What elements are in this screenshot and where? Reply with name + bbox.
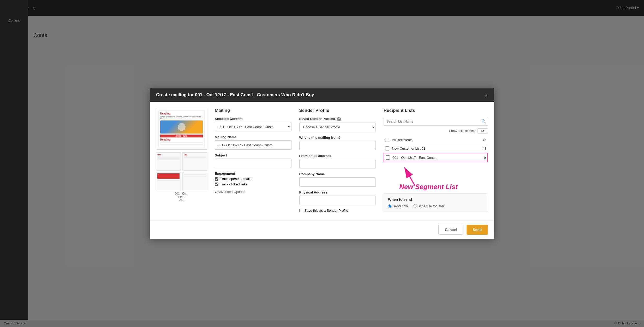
segment-checkbox[interactable]	[386, 155, 390, 160]
schedule-option[interactable]: Schedule for later	[413, 204, 444, 208]
preview-grid: Hea Hea	[156, 152, 207, 190]
from-name-group: Who is this mailing from?	[299, 136, 376, 150]
when-to-send-options: Send now Schedule for later	[388, 204, 484, 208]
from-email-input[interactable]	[299, 159, 376, 168]
track-opened-checkbox[interactable]	[215, 177, 218, 181]
mailing-section-title: Mailing	[215, 108, 291, 113]
subject-label: Subject	[215, 153, 291, 157]
all-recipients-name: All Recipients	[392, 138, 481, 142]
company-name-input[interactable]	[299, 177, 376, 187]
advanced-options-toggle[interactable]: Advanced Options	[215, 190, 291, 194]
subject-input[interactable]	[215, 159, 291, 168]
preview-thumbnail-main: Heading Lorem ipsum dolor sit amet, cons…	[156, 108, 207, 150]
track-opened-row: Track opened emails	[215, 177, 291, 181]
sender-column: Sender Profile Saved Sender Profiles ? C…	[299, 108, 376, 214]
save-profile-row: Save this as a Sender Profile	[299, 209, 376, 213]
track-clicked-label: Track clicked links	[220, 182, 247, 186]
show-selected-row: Show selected first Off	[384, 128, 488, 134]
sender-profile-select[interactable]: Choose a Sender Profile	[299, 123, 376, 132]
new-customer-checkbox[interactable]	[385, 146, 389, 150]
modal-header: Create mailing for 001 - Oct 12/17 - Eas…	[150, 88, 494, 102]
create-mailing-modal: Create mailing for 001 - Oct 12/17 - Eas…	[150, 88, 494, 239]
schedule-radio[interactable]	[413, 204, 416, 208]
list-item-new-customer[interactable]: New Customer List 01 43	[384, 144, 488, 153]
mailing-name-input[interactable]	[215, 140, 291, 150]
engagement-label: Engagement	[215, 172, 291, 175]
save-profile-label: Save this as a Sender Profile	[305, 209, 348, 213]
from-email-label: From email address	[299, 154, 376, 158]
saved-profiles-label: Saved Sender Profiles ?	[299, 117, 376, 121]
from-label: Who is this mailing from?	[299, 136, 376, 140]
mailing-column: Mailing Selected Content 001 - Oct 12/17…	[215, 108, 291, 214]
thumbnail-image	[160, 120, 203, 134]
sender-section-title: Sender Profile	[299, 108, 376, 113]
preview-column: Heading Lorem ipsum dolor sit amet, cons…	[156, 108, 207, 214]
preview-caption: 001 - Oc...	[156, 192, 207, 195]
segment-name: 001 - Oct 12/17 - East Coas...	[392, 156, 482, 160]
recipient-section-title: Recipient Lists	[384, 108, 488, 113]
send-button[interactable]: Send	[467, 225, 488, 235]
track-clicked-row: Track clicked links	[215, 182, 291, 186]
show-selected-label: Show selected first	[449, 129, 475, 133]
list-item-segment[interactable]: 001 - Oct 12/17 - East Coas... 9	[384, 153, 488, 162]
modal-overlay: Create mailing for 001 - Oct 12/17 - Eas…	[0, 0, 644, 327]
mailing-name-group: Mailing Name	[215, 135, 291, 150]
track-opened-label: Track opened emails	[220, 177, 251, 181]
company-label: Company Name	[299, 172, 376, 176]
modal-body: Heading Lorem ipsum dolor sit amet, cons…	[150, 102, 494, 220]
search-box: 🔍	[384, 117, 488, 126]
search-input[interactable]	[384, 117, 488, 126]
selected-content-group: Selected Content 001 - Oct 12/17 - East …	[215, 117, 291, 131]
from-email-group: From email address	[299, 154, 376, 168]
when-to-send-title: When to send	[388, 197, 484, 202]
send-now-option[interactable]: Send now	[388, 204, 408, 208]
list-item-all-recipients[interactable]: All Recipients 46	[384, 136, 488, 144]
address-label: Physical Address	[299, 190, 376, 194]
saved-profiles-group: Saved Sender Profiles ? Choose a Sender …	[299, 117, 376, 132]
preview-grid-item-3	[156, 172, 181, 190]
segment-count: 9	[484, 156, 486, 160]
selected-content-select[interactable]: 001 - Oct 12/17 - East Coast - Custo	[215, 122, 291, 131]
annotation-area: New Segment List	[384, 162, 488, 191]
preview-sub: Cre...Up...	[156, 196, 207, 201]
modal-footer: Cancel Send	[150, 220, 494, 239]
preview-grid-item-1: Hea	[156, 152, 181, 171]
subject-group: Subject	[215, 153, 291, 168]
when-to-send-box: When to send Send now Schedule for later	[384, 193, 488, 212]
show-selected-toggle[interactable]: Off	[478, 128, 488, 134]
modal-close-button[interactable]: ×	[485, 92, 488, 98]
send-now-radio[interactable]	[388, 204, 391, 208]
save-profile-checkbox[interactable]	[299, 209, 303, 212]
new-customer-name: New Customer List 01	[392, 147, 481, 150]
new-customer-count: 43	[483, 147, 486, 150]
preview-grid-item-2: Hea	[182, 152, 207, 171]
preview-grid-item-4	[182, 172, 207, 190]
from-name-input[interactable]	[299, 141, 376, 150]
cancel-button[interactable]: Cancel	[438, 225, 463, 235]
track-clicked-checkbox[interactable]	[215, 183, 218, 186]
search-icon: 🔍	[481, 119, 486, 123]
all-recipients-count: 46	[483, 138, 486, 142]
recipient-column: Recipient Lists 🔍 Show selected first Of…	[384, 108, 488, 214]
address-input[interactable]	[299, 196, 376, 205]
new-segment-annotation: New Segment List	[399, 183, 458, 191]
send-now-label: Send now	[393, 204, 408, 208]
selected-content-label: Selected Content	[215, 117, 291, 121]
physical-address-group: Physical Address	[299, 190, 376, 205]
help-icon[interactable]: ?	[337, 117, 341, 121]
mailing-name-label: Mailing Name	[215, 135, 291, 139]
modal-title: Create mailing for 001 - Oct 12/17 - Eas…	[156, 92, 314, 98]
schedule-label: Schedule for later	[418, 204, 444, 208]
engagement-group: Engagement Track opened emails Track cli…	[215, 172, 291, 186]
company-name-group: Company Name	[299, 172, 376, 187]
all-recipients-checkbox[interactable]	[385, 138, 389, 142]
